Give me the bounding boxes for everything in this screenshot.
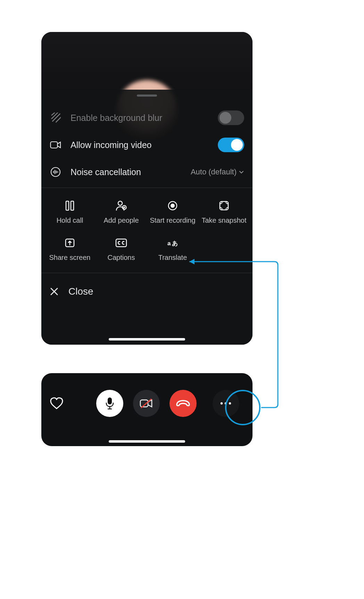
record-icon [167,200,179,212]
row-background-blur[interactable]: Enable background blur [41,104,253,131]
svg-text:あ: あ [172,240,178,247]
svg-text:a: a [167,240,171,247]
hangup-button[interactable] [169,390,197,417]
home-indicator [109,440,185,443]
call-control-bar [41,373,253,446]
toggle-background-blur[interactable] [218,110,244,125]
action-grid: Hold call Add people Start recordin [41,190,253,263]
mute-button[interactable] [96,390,123,417]
svg-point-4 [118,201,122,205]
translate-icon: a あ [167,237,179,249]
hangup-icon [175,400,191,407]
options-sheet: Enable background blur Allow incoming vi… [41,90,253,345]
row-label: Allow incoming video [71,140,209,150]
svg-point-1 [51,167,60,177]
action-hold-call[interactable]: Hold call [44,200,96,224]
divider [41,273,253,273]
action-captions[interactable]: Captions [96,237,147,262]
row-label: Enable background blur [71,113,209,123]
audio-waves-icon [50,167,61,177]
action-share-screen[interactable]: Share screen [44,237,96,262]
svg-rect-13 [108,397,112,404]
svg-rect-0 [51,142,58,148]
action-translate[interactable]: a あ Translate [147,237,198,262]
microphone-icon [105,397,114,410]
close-icon [50,287,59,296]
snapshot-icon [218,200,230,212]
react-button[interactable] [50,397,64,410]
sheet-grabber[interactable] [137,95,157,97]
share-screen-icon [64,237,76,249]
svg-point-17 [225,402,227,404]
row-incoming-video[interactable]: Allow incoming video [41,131,253,158]
more-button[interactable] [213,390,240,417]
person-add-icon [115,200,127,212]
row-noise-cancellation[interactable]: Noise cancellation Auto (default) [41,158,253,186]
close-button[interactable]: Close [41,275,253,308]
call-options-panel: Enable background blur Allow incoming vi… [41,32,253,345]
blur-icon [50,113,61,123]
svg-point-7 [171,204,175,208]
more-icon [220,402,232,405]
noise-cancel-value[interactable]: Auto (default) [191,167,244,177]
action-start-recording[interactable]: Start recording [147,200,198,224]
video-icon [50,141,61,149]
video-off-icon [139,397,154,409]
chevron-down-icon [239,169,244,175]
divider [41,188,253,188]
home-indicator [109,338,185,340]
svg-rect-2 [66,201,69,210]
camera-button[interactable] [133,390,160,417]
toggle-incoming-video[interactable] [218,138,244,152]
svg-point-16 [221,402,223,404]
captions-icon [115,237,127,249]
svg-point-18 [229,402,231,404]
action-take-snapshot[interactable]: Take snapshot [198,200,250,224]
svg-rect-3 [71,201,74,210]
pause-icon [64,200,76,212]
row-label: Noise cancellation [71,167,182,177]
svg-rect-10 [116,239,126,247]
svg-rect-8 [220,202,228,210]
action-add-people[interactable]: Add people [96,200,147,224]
